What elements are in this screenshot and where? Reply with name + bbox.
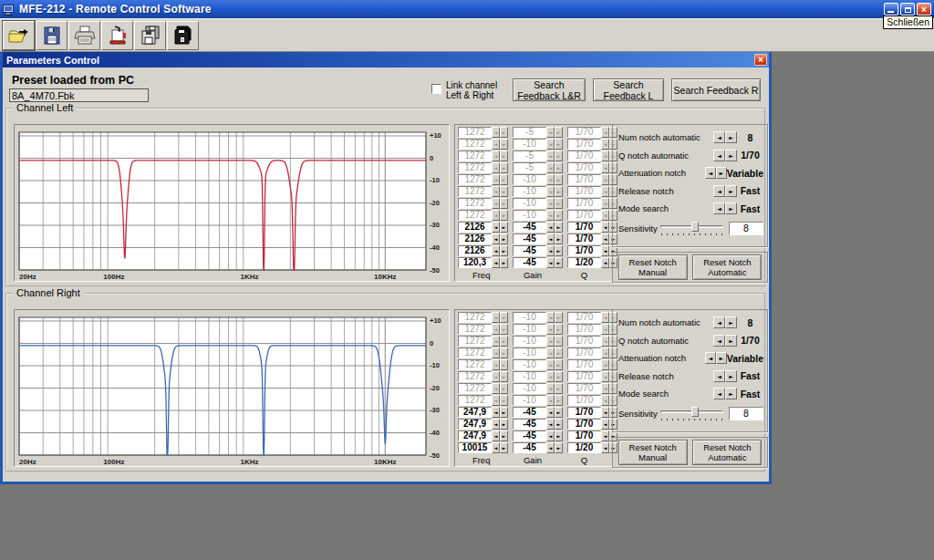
freq-value-field[interactable]: 1272 xyxy=(458,359,492,370)
q-value-field[interactable]: 1/70 xyxy=(567,162,601,173)
freq-increment-button[interactable]: ► xyxy=(500,233,508,244)
close-button[interactable]: × xyxy=(917,3,931,16)
q-value-field[interactable]: 1/70 xyxy=(567,198,601,209)
q-value-field[interactable]: 1/70 xyxy=(567,245,601,256)
slider-thumb[interactable] xyxy=(691,222,699,232)
freq-value-field[interactable]: 1272 xyxy=(458,198,492,209)
freq-value-field[interactable]: 1272 xyxy=(458,162,492,173)
freq-value-field[interactable]: 1272 xyxy=(458,139,492,150)
q-decrement-button[interactable]: ◄ xyxy=(601,442,609,453)
q-decrement-button[interactable]: ◄ xyxy=(601,245,609,256)
freq-decrement-button[interactable]: ◄ xyxy=(492,419,500,430)
gain-value-field[interactable]: -45 xyxy=(513,245,546,256)
attenuation-notch-decrement-button[interactable]: ◄ xyxy=(705,167,716,179)
q-value-field[interactable]: 1/70 xyxy=(567,127,601,138)
freq-value-field[interactable]: 247,9 xyxy=(458,419,492,430)
open-file-button[interactable] xyxy=(3,21,35,50)
dialog-titlebar[interactable]: Parameters Control × xyxy=(3,52,769,67)
gain-value-field[interactable]: -45 xyxy=(513,407,546,418)
freq-value-field[interactable]: 120,3 xyxy=(458,257,492,268)
gain-value-field[interactable]: -10 xyxy=(513,336,546,347)
freq-increment-button[interactable]: ► xyxy=(500,407,508,418)
save-file-button[interactable] xyxy=(36,21,67,50)
q-value-field[interactable]: 1/20 xyxy=(567,257,601,268)
freq-value-field[interactable]: 10015 xyxy=(458,442,492,453)
q-notch-automatic-decrement-button[interactable]: ◄ xyxy=(713,150,725,161)
mode-search-increment-button[interactable]: ► xyxy=(725,202,737,214)
freq-increment-button[interactable]: ► xyxy=(500,257,508,268)
num-notch-automatic-increment-button[interactable]: ► xyxy=(725,131,737,143)
freq-value-field[interactable]: 1272 xyxy=(458,383,492,394)
q-decrement-button[interactable]: ◄ xyxy=(601,257,609,268)
attenuation-notch-increment-button[interactable]: ► xyxy=(716,352,727,364)
q-value-field[interactable]: 1/70 xyxy=(567,371,601,382)
freq-value-field[interactable]: 247,9 xyxy=(458,407,492,418)
q-decrement-button[interactable]: ◄ xyxy=(601,430,609,441)
gain-value-field[interactable]: -45 xyxy=(513,442,546,453)
freq-value-field[interactable]: 1272 xyxy=(458,324,492,335)
q-decrement-button[interactable]: ◄ xyxy=(601,407,609,418)
q-value-field[interactable]: 1/70 xyxy=(567,312,601,323)
num-notch-automatic-decrement-button[interactable]: ◄ xyxy=(713,131,725,143)
freq-value-field[interactable]: 1272 xyxy=(458,174,492,185)
restore-button[interactable] xyxy=(900,3,915,16)
gain-decrement-button[interactable]: ◄ xyxy=(546,257,555,268)
gain-value-field[interactable]: -5 xyxy=(513,127,546,138)
q-value-field[interactable]: 1/70 xyxy=(567,407,601,418)
main-titlebar[interactable]: MFE-212 - Remote Control Software × xyxy=(0,0,934,18)
mode-search-increment-button[interactable]: ► xyxy=(725,388,737,399)
copy-disks-button[interactable] xyxy=(134,21,166,50)
gain-value-field[interactable]: -10 xyxy=(513,395,546,406)
freq-value-field[interactable]: 1272 xyxy=(458,312,492,323)
gain-decrement-button[interactable]: ◄ xyxy=(546,419,555,430)
gain-increment-button[interactable]: ► xyxy=(555,430,563,441)
gain-increment-button[interactable]: ► xyxy=(555,257,563,268)
q-decrement-button[interactable]: ◄ xyxy=(601,233,609,244)
search-feedback-l-button[interactable]: Search Feedback L xyxy=(593,78,664,101)
reset-notch-automatic-button[interactable]: Reset Notch Automatic xyxy=(692,254,762,280)
freq-decrement-button[interactable]: ◄ xyxy=(492,430,500,441)
freq-decrement-button[interactable]: ◄ xyxy=(492,222,500,233)
gain-value-field[interactable]: -45 xyxy=(513,233,546,244)
q-value-field[interactable]: 1/70 xyxy=(567,419,601,430)
freq-value-field[interactable]: 1272 xyxy=(458,210,492,221)
q-value-field[interactable]: 1/70 xyxy=(567,174,601,185)
num-notch-automatic-decrement-button[interactable]: ◄ xyxy=(713,316,725,328)
mode-search-decrement-button[interactable]: ◄ xyxy=(713,202,725,214)
gain-value-field[interactable]: -10 xyxy=(513,324,546,335)
freq-value-field[interactable]: 1272 xyxy=(458,371,492,382)
q-notch-automatic-increment-button[interactable]: ► xyxy=(725,150,737,161)
q-value-field[interactable]: 1/70 xyxy=(567,150,601,161)
gain-value-field[interactable]: -5 xyxy=(513,150,546,161)
sensitivity-slider[interactable] xyxy=(660,406,723,422)
gain-value-field[interactable]: -10 xyxy=(513,312,546,323)
q-value-field[interactable]: 1/70 xyxy=(567,186,601,197)
freq-decrement-button[interactable]: ◄ xyxy=(492,233,500,244)
attenuation-notch-increment-button[interactable]: ► xyxy=(716,167,727,179)
link-channel-checkbox[interactable]: Link channel Left & Right xyxy=(431,80,497,100)
reset-notch-automatic-button[interactable]: Reset Notch Automatic xyxy=(692,440,762,465)
freq-decrement-button[interactable]: ◄ xyxy=(492,257,500,268)
q-decrement-button[interactable]: ◄ xyxy=(601,419,609,430)
checkbox-box-icon[interactable] xyxy=(431,84,441,94)
q-notch-automatic-decrement-button[interactable]: ◄ xyxy=(713,335,725,347)
freq-value-field[interactable]: 1272 xyxy=(458,336,492,347)
release-notch-decrement-button[interactable]: ◄ xyxy=(713,185,725,197)
gain-value-field[interactable]: -45 xyxy=(513,222,546,233)
gain-decrement-button[interactable]: ◄ xyxy=(546,245,555,256)
disk-archive-button[interactable] xyxy=(167,21,199,50)
gain-value-field[interactable]: -10 xyxy=(513,371,546,382)
release-notch-increment-button[interactable]: ► xyxy=(725,185,737,197)
gain-value-field[interactable]: -45 xyxy=(513,257,546,268)
mode-search-decrement-button[interactable]: ◄ xyxy=(713,388,725,399)
gain-value-field[interactable]: -5 xyxy=(513,162,546,173)
freq-value-field[interactable]: 1272 xyxy=(458,395,492,406)
gain-decrement-button[interactable]: ◄ xyxy=(546,430,555,441)
dialog-close-button[interactable]: × xyxy=(754,54,767,66)
release-notch-increment-button[interactable]: ► xyxy=(725,370,737,382)
sensitivity-value-field[interactable]: 8 xyxy=(729,222,763,235)
sensitivity-value-field[interactable]: 8 xyxy=(729,407,763,420)
gain-value-field[interactable]: -10 xyxy=(513,347,546,358)
gain-value-field[interactable]: -45 xyxy=(513,419,546,430)
gain-decrement-button[interactable]: ◄ xyxy=(546,407,555,418)
